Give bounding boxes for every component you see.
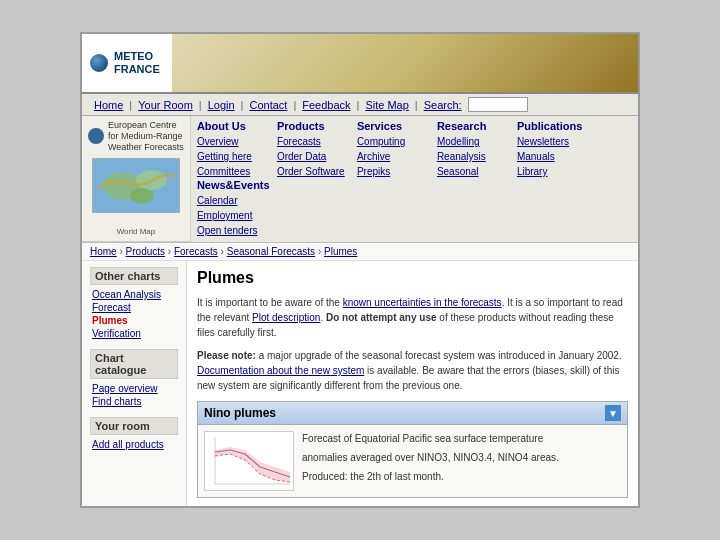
uncertainties-link[interactable]: known uncertainties in the forecasts (343, 297, 502, 308)
search-input[interactable] (468, 97, 528, 112)
breadcrumb-forecasts[interactable]: Forecasts (174, 246, 218, 257)
nav-login[interactable]: Login (204, 99, 239, 111)
map-thumbnail (92, 158, 180, 213)
nav-calendar[interactable]: Calendar (197, 193, 270, 208)
ecmwf-identity: European Centre for Medium-Range Weather… (82, 116, 191, 242)
sidebar-forecast[interactable]: Forecast (90, 302, 178, 313)
nav-home[interactable]: Home (90, 99, 127, 111)
logo-area: METEO FRANCE (82, 34, 172, 92)
nav-order-software[interactable]: Order Software (277, 164, 349, 179)
main-area: Other charts Ocean Analysis Forecast Plu… (82, 261, 638, 506)
sidebar-find-charts[interactable]: Find charts (90, 396, 178, 407)
plumes-header: Nino plumes ▼ (198, 402, 627, 425)
main-window: METEO FRANCE Home | Your Room | Login | … (80, 32, 640, 508)
nav-employment[interactable]: Employment (197, 208, 270, 223)
logo-text: METEO FRANCE (114, 50, 160, 76)
ecmwf-name: European Centre for Medium-Range Weather… (108, 120, 184, 152)
nav-search-label: Search: (420, 99, 466, 111)
nav-prepiks[interactable]: Prepiks (357, 164, 429, 179)
nav-col-about: About Us Overview Getting here Committee… (197, 120, 277, 179)
sidebar-plumes[interactable]: Plumes (90, 315, 178, 326)
main-nav: About Us Overview Getting here Committee… (191, 116, 638, 242)
nav-forecasts[interactable]: Forecasts (277, 134, 349, 149)
nav-feedback[interactable]: Feedback (298, 99, 354, 111)
sidebar-section-chart-catalogue: Chart catalogue (90, 349, 178, 379)
nav-archive[interactable]: Archive (357, 149, 429, 164)
nav-overview[interactable]: Overview (197, 134, 269, 149)
nav-your-room[interactable]: Your Room (134, 99, 197, 111)
map-label: World Map (117, 227, 156, 236)
breadcrumb-seasonal[interactable]: Seasonal Forecasts (227, 246, 315, 257)
nav-order-data[interactable]: Order Data (277, 149, 349, 164)
nav-library[interactable]: Library (517, 164, 589, 179)
plumes-content: Forecast of Equatorial Pacific sea surfa… (198, 425, 627, 497)
header-banner: METEO FRANCE (82, 34, 638, 94)
breadcrumb: Home › Products › Forecasts › Seasonal F… (82, 243, 638, 261)
left-sidebar: Other charts Ocean Analysis Forecast Plu… (82, 261, 187, 506)
nav-seasonal[interactable]: Seasonal (437, 164, 509, 179)
svg-point-3 (130, 188, 153, 204)
breadcrumb-home[interactable]: Home (90, 246, 117, 257)
globe-icon (88, 52, 110, 74)
plumes-description: Forecast of Equatorial Pacific sea surfa… (302, 431, 559, 491)
plumes-box: Nino plumes ▼ (197, 401, 628, 498)
plumes-chart[interactable] (204, 431, 294, 491)
nav-open-tenders[interactable]: Open tenders (197, 223, 270, 238)
sidebar-add-all-products[interactable]: Add all products (90, 439, 178, 450)
new-system-link[interactable]: Documentation about the new system (197, 365, 364, 376)
nav-getting-here[interactable]: Getting here (197, 149, 269, 164)
plot-description-link[interactable]: Plot description (252, 312, 320, 323)
breadcrumb-products[interactable]: Products (126, 246, 165, 257)
nav-newsletters[interactable]: Newsletters (517, 134, 589, 149)
nav-col-news: News&Events Calendar Employment Open ten… (197, 179, 278, 238)
page-title: Plumes (197, 269, 628, 287)
sidebar-section-other-charts: Other charts (90, 267, 178, 285)
nav-col-products: Products Forecasts Order Data Order Soft… (277, 120, 357, 179)
sidebar-section-your-room: Your room (90, 417, 178, 435)
nav-committees[interactable]: Committees (197, 164, 269, 179)
nav-modelling[interactable]: Modelling (437, 134, 509, 149)
para1: It is important to be aware of the known… (197, 295, 628, 340)
sidebar-ocean-analysis[interactable]: Ocean Analysis (90, 289, 178, 300)
nav-site-map[interactable]: Site Map (361, 99, 412, 111)
banner-image (172, 34, 638, 92)
top-nav: Home | Your Room | Login | Contact | Fee… (82, 94, 638, 116)
sidebar-page-overview[interactable]: Page overview (90, 383, 178, 394)
sidebar-verification[interactable]: Verification (90, 328, 178, 339)
nav-manuals[interactable]: Manuals (517, 149, 589, 164)
nav-computing[interactable]: Computing (357, 134, 429, 149)
content-area: Plumes It is important to be aware of th… (187, 261, 638, 506)
ecmwf-logo (88, 128, 104, 144)
download-icon[interactable]: ▼ (605, 405, 621, 421)
nav-contact[interactable]: Contact (245, 99, 291, 111)
para2: Please note: a major upgrade of the seas… (197, 348, 628, 393)
nav-reanalysis[interactable]: Reanalysis (437, 149, 509, 164)
plumes-title: Nino plumes (204, 406, 276, 420)
breadcrumb-plumes[interactable]: Plumes (324, 246, 357, 257)
nav-col-research: Research Modelling Reanalysis Seasonal (437, 120, 517, 179)
nav-col-services: Services Computing Archive Prepiks (357, 120, 437, 179)
nav-col-publications: Publications Newsletters Manuals Library (517, 120, 597, 179)
